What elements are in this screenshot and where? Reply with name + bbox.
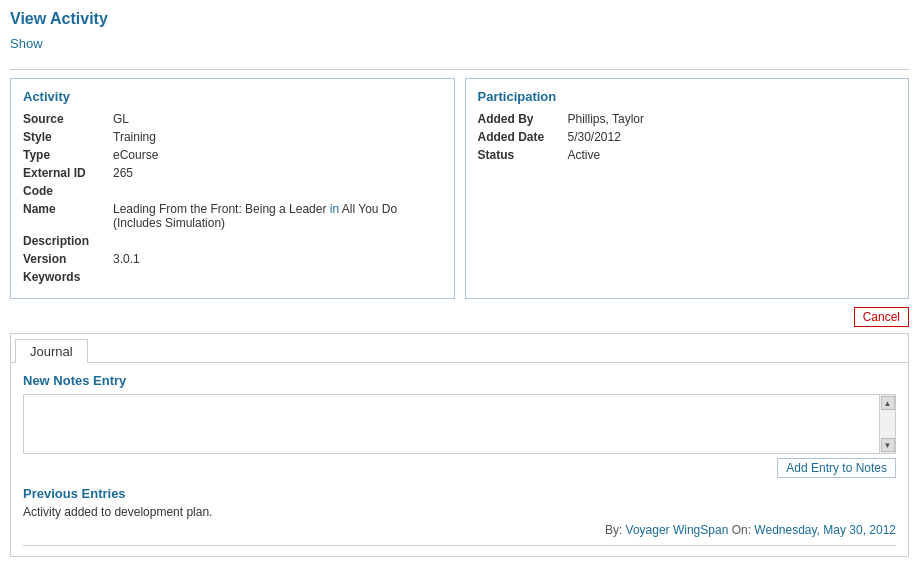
participation-addeddate-value: 5/30/2012 [568,130,897,144]
entry-author[interactable]: Voyager WingSpan [626,523,729,537]
activity-code-row: Code [23,184,442,198]
participation-addedby-label: Added By [478,112,568,126]
add-entry-row: Add Entry to Notes [23,458,896,478]
activity-name-row: Name Leading From the Front: Being a Lea… [23,202,442,230]
activity-version-row: Version 3.0.1 [23,252,442,266]
entry-on-label: On: [732,523,755,537]
activity-panel: Activity Source GL Style Training Type e… [10,78,455,299]
participation-addeddate-label: Added Date [478,130,568,144]
entry-date: Wednesday, May 30, 2012 [754,523,896,537]
activity-type-row: Type eCourse [23,148,442,162]
notes-textarea-wrapper: ▲ ▼ [23,394,896,454]
show-link[interactable]: Show [10,36,43,51]
notes-textarea[interactable] [24,395,879,453]
participation-status-row: Status Active [478,148,897,162]
activity-type-label: Type [23,148,113,162]
activity-name-value: Leading From the Front: Being a Leader i… [113,202,442,230]
scroll-down-arrow[interactable]: ▼ [881,438,895,452]
activity-description-row: Description [23,234,442,248]
activity-keywords-row: Keywords [23,270,442,284]
scrollbar: ▲ ▼ [879,395,895,453]
activity-name-label: Name [23,202,113,216]
add-entry-button[interactable]: Add Entry to Notes [777,458,896,478]
entry-text: Activity added to development plan. [23,505,896,519]
entry-meta: By: Voyager WingSpan On: Wednesday, May … [23,523,896,537]
activity-style-value: Training [113,130,442,144]
bottom-divider [23,545,896,546]
participation-panel-heading: Participation [478,89,897,104]
participation-panel: Participation Added By Phillips, Taylor … [465,78,910,299]
participation-status-label: Status [478,148,568,162]
cancel-row: Cancel [10,307,909,327]
activity-panel-heading: Activity [23,89,442,104]
activity-style-label: Style [23,130,113,144]
top-divider [10,69,909,70]
cancel-button[interactable]: Cancel [854,307,909,327]
journal-tab-row: Journal [11,334,908,363]
activity-source-row: Source GL [23,112,442,126]
participation-addedby-value: Phillips, Taylor [568,112,897,126]
activity-externalid-row: External ID 265 [23,166,442,180]
scroll-up-arrow[interactable]: ▲ [881,396,895,410]
previous-entries-title: Previous Entries [23,486,896,501]
activity-style-row: Style Training [23,130,442,144]
participation-addeddate-row: Added Date 5/30/2012 [478,130,897,144]
new-notes-title: New Notes Entry [23,373,896,388]
activity-code-label: Code [23,184,113,198]
info-panels: Activity Source GL Style Training Type e… [10,78,909,299]
activity-keywords-label: Keywords [23,270,113,284]
activity-source-label: Source [23,112,113,126]
activity-source-value: GL [113,112,442,126]
entry-by-label: By: [605,523,622,537]
activity-version-label: Version [23,252,113,266]
activity-type-value: eCourse [113,148,442,162]
activity-externalid-label: External ID [23,166,113,180]
activity-externalid-value: 265 [113,166,442,180]
journal-tab[interactable]: Journal [15,339,88,363]
activity-version-value: 3.0.1 [113,252,442,266]
activity-description-label: Description [23,234,113,248]
journal-section: Journal New Notes Entry ▲ ▼ Add Entry to… [10,333,909,557]
page-title: View Activity [10,10,909,28]
journal-content: New Notes Entry ▲ ▼ Add Entry to Notes P… [11,363,908,556]
participation-addedby-row: Added By Phillips, Taylor [478,112,897,126]
participation-status-value: Active [568,148,897,162]
